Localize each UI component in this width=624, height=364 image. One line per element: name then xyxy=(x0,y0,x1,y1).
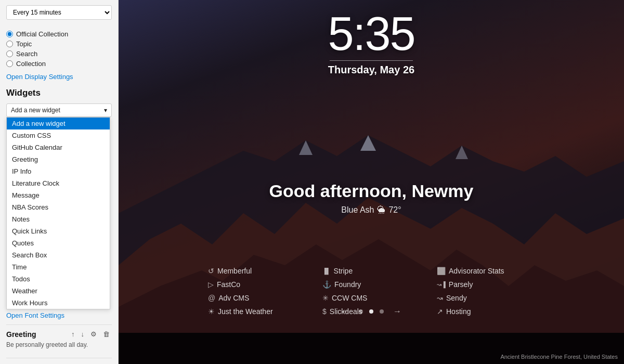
foundry-icon: ⚓ xyxy=(322,280,331,289)
memberful-icon: ↺ xyxy=(208,267,214,275)
dropdown-item-add[interactable]: Add a new widget xyxy=(7,118,110,129)
greeting-delete-button[interactable]: 🗑 xyxy=(101,329,112,339)
advisorator-label: Advisorator Stats xyxy=(449,267,504,275)
greeting-text: Good afternoon, Newmy xyxy=(119,181,624,201)
quicklink-fastco[interactable]: ▷ FastCo xyxy=(205,279,309,290)
add-widget-container: Add a new widget ▾ Add a new widget Cust… xyxy=(6,103,112,117)
hosting-label: Hosting xyxy=(446,307,471,316)
quicklink-advisorator-stats[interactable]: ⬜ Advisorator Stats xyxy=(434,265,538,277)
memberful-label: Memberful xyxy=(217,267,252,275)
parsely-label: Parsely xyxy=(449,280,473,289)
greeting-widget-desc: Be personally greeted all day. xyxy=(6,341,112,348)
clock-date: Thursday, May 26 xyxy=(119,64,624,76)
adv-cms-icon: @ xyxy=(208,294,215,302)
pagination-next[interactable]: → xyxy=(390,306,405,317)
greeting-widget-controls: ↑ ↓ ⚙ 🗑 xyxy=(69,329,112,339)
clock-divider xyxy=(330,60,413,61)
weather-icon: 🌦 xyxy=(377,205,385,215)
greeting-widget-block: Greeting ↑ ↓ ⚙ 🗑 Be personally greeted a… xyxy=(6,324,112,353)
dropdown-item-github-calendar[interactable]: GitHub Calendar xyxy=(7,141,110,153)
pagination-prev[interactable]: ← xyxy=(338,306,353,317)
dropdown-item-nba-scores[interactable]: NBA Scores xyxy=(7,201,110,213)
slickdeals-icon: $ xyxy=(322,307,327,316)
interval-select[interactable]: Every 15 minutesEvery 30 minutesEvery ho… xyxy=(6,5,112,20)
greeting-widget-header: Greeting ↑ ↓ ⚙ 🗑 xyxy=(6,329,112,339)
page-dot-1 xyxy=(359,309,363,314)
dropdown-item-greeting[interactable]: Greeting xyxy=(7,153,110,165)
open-font-settings-link[interactable]: Open Font Settings xyxy=(6,311,112,319)
greeting-move-up-button[interactable]: ↑ xyxy=(69,329,77,339)
quicklink-adv-cms[interactable]: @ Adv CMS xyxy=(205,292,309,304)
greeting-settings-button[interactable]: ⚙ xyxy=(88,329,99,339)
quicklink-stripe[interactable]: ▐▌ Stripe xyxy=(319,265,423,277)
advisorator-icon: ⬜ xyxy=(437,267,446,275)
hosting-icon: ↗ xyxy=(437,307,443,316)
open-display-settings-link-1[interactable]: Open Display Settings xyxy=(6,73,112,81)
chevron-down-icon: ▾ xyxy=(104,107,107,114)
sendy-label: Sendy xyxy=(446,294,467,302)
dropdown-item-quick-links[interactable]: Quick Links xyxy=(7,225,110,237)
quicklink-parsely[interactable]: ↝▐ Parsely xyxy=(434,279,538,290)
greeting-widget-name: Greeting xyxy=(6,330,36,339)
main-area: 5:35 Thursday, May 26 Good afternoon, Ne… xyxy=(119,0,624,364)
fastco-icon: ▷ xyxy=(208,280,214,289)
just-the-weather-icon: ☀ xyxy=(208,307,215,316)
quicklink-foundry[interactable]: ⚓ Foundry xyxy=(319,279,423,290)
radio-group: Official Collection Topic Search Collect… xyxy=(6,30,112,68)
stripe-label: Stripe xyxy=(334,267,353,275)
greeting-move-down-button[interactable]: ↓ xyxy=(79,329,87,339)
dropdown-item-weather[interactable]: Weather xyxy=(7,285,110,297)
clock-time: 5:35 xyxy=(119,10,624,57)
widgets-section-title: Widgets xyxy=(6,88,112,98)
dropdown-item-todos[interactable]: Todos xyxy=(7,273,110,285)
quicklink-sendy[interactable]: ↝ Sendy xyxy=(434,292,538,304)
weather-widget-block: Weather ↑ ↓ ⚙ 🗑 xyxy=(6,358,112,364)
interval-dropdown-container: Every 15 minutesEvery 30 minutesEvery ho… xyxy=(6,5,112,25)
ccw-cms-icon: ✳ xyxy=(322,294,329,302)
dropdown-item-notes[interactable]: Notes xyxy=(7,213,110,225)
dropdown-item-work-hours[interactable]: Work Hours xyxy=(7,297,110,309)
weather-line: Blue Ash 🌦 72° xyxy=(119,205,624,215)
ccw-cms-label: CCW CMS xyxy=(332,294,367,302)
foundry-label: Foundry xyxy=(334,280,361,289)
dropdown-item-quotes[interactable]: Quotes xyxy=(7,237,110,249)
clock-section: 5:35 Thursday, May 26 xyxy=(119,10,624,76)
greeting-section: Good afternoon, Newmy Blue Ash 🌦 72° xyxy=(119,181,624,215)
quicklink-ccw-cms[interactable]: ✳ CCW CMS xyxy=(319,292,423,304)
dropdown-item-custom-css[interactable]: Custom CSS xyxy=(7,129,110,141)
dropdown-item-time[interactable]: Time xyxy=(7,261,110,273)
add-widget-button[interactable]: Add a new widget ▾ xyxy=(6,103,112,117)
dropdown-item-ip-info[interactable]: IP Info xyxy=(7,165,110,177)
radio-search[interactable]: Search xyxy=(6,50,112,58)
radio-collection[interactable]: Collection xyxy=(6,60,112,68)
dropdown-item-literature-clock[interactable]: Literature Clock xyxy=(7,177,110,189)
widget-dropdown-popup: Add a new widget Custom CSS GitHub Calen… xyxy=(6,117,110,309)
weather-temp: 72° xyxy=(388,205,401,215)
quicklink-hosting[interactable]: ↗ Hosting xyxy=(434,306,538,317)
quicklinks-section: ↺ Memberful ▐▌ Stripe ⬜ Advisorator Stat… xyxy=(119,265,624,333)
sendy-icon: ↝ xyxy=(437,294,443,302)
sidebar: Every 15 minutesEvery 30 minutesEvery ho… xyxy=(0,0,119,364)
dropdown-item-search-box[interactable]: Search Box xyxy=(7,249,110,261)
dropdown-item-message[interactable]: Message xyxy=(7,189,110,201)
stripe-icon: ▐▌ xyxy=(322,268,331,274)
radio-official-collection[interactable]: Official Collection xyxy=(6,30,112,38)
just-the-weather-label: Just the Weather xyxy=(218,307,273,316)
page-dot-2 xyxy=(369,309,373,314)
parsely-icon: ↝▐ xyxy=(437,281,446,288)
pagination-bar: ← → xyxy=(338,306,405,317)
page-dot-3 xyxy=(380,309,384,314)
weather-location: Blue Ash xyxy=(341,205,374,215)
photo-credit: Ancient Bristlecone Pine Forest, United … xyxy=(500,354,618,360)
adv-cms-label: Adv CMS xyxy=(218,294,249,302)
quicklink-just-the-weather[interactable]: ☀ Just the Weather xyxy=(205,306,309,317)
quicklink-memberful[interactable]: ↺ Memberful xyxy=(205,265,309,277)
fastco-label: FastCo xyxy=(217,280,240,289)
radio-topic[interactable]: Topic xyxy=(6,40,112,48)
